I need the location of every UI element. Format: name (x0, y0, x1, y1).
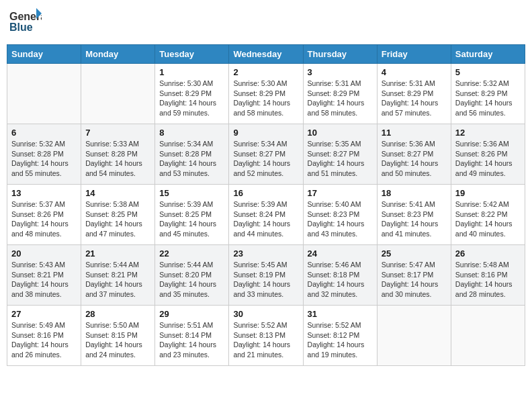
day-info: Sunrise: 5:50 AM Sunset: 8:15 PM Dayligh… (85, 320, 150, 360)
page-header: General Blue (7, 7, 525, 39)
weekday-header-wednesday: Wednesday (229, 45, 303, 64)
day-cell (7, 64, 81, 124)
day-info: Sunrise: 5:31 AM Sunset: 8:29 PM Dayligh… (308, 79, 373, 118)
day-cell: 12Sunrise: 5:36 AM Sunset: 8:26 PM Dayli… (451, 124, 525, 185)
day-info: Sunrise: 5:36 AM Sunset: 8:26 PM Dayligh… (455, 139, 521, 179)
day-info: Sunrise: 5:41 AM Sunset: 8:23 PM Dayligh… (382, 199, 447, 239)
day-info: Sunrise: 5:44 AM Sunset: 8:20 PM Dayligh… (159, 260, 224, 300)
day-number: 20 (11, 248, 77, 259)
day-cell: 3Sunrise: 5:31 AM Sunset: 8:29 PM Daylig… (303, 64, 377, 124)
day-number: 13 (11, 188, 77, 198)
weekday-header-friday: Friday (377, 45, 451, 64)
day-number: 4 (382, 67, 447, 77)
calendar-table: SundayMondayTuesdayWednesdayThursdayFrid… (7, 44, 525, 366)
logo-graphic: General Blue (9, 7, 42, 39)
day-number: 22 (159, 248, 224, 259)
day-number: 3 (308, 67, 373, 77)
day-number: 29 (159, 309, 224, 319)
day-info: Sunrise: 5:35 AM Sunset: 8:27 PM Dayligh… (308, 139, 373, 179)
day-info: Sunrise: 5:36 AM Sunset: 8:27 PM Dayligh… (382, 139, 447, 179)
day-cell: 27Sunrise: 5:49 AM Sunset: 8:16 PM Dayli… (7, 306, 81, 366)
weekday-header-thursday: Thursday (303, 45, 377, 64)
day-info: Sunrise: 5:30 AM Sunset: 8:29 PM Dayligh… (233, 79, 298, 118)
day-info: Sunrise: 5:32 AM Sunset: 8:28 PM Dayligh… (11, 139, 77, 179)
day-cell: 11Sunrise: 5:36 AM Sunset: 8:27 PM Dayli… (377, 124, 451, 185)
day-info: Sunrise: 5:31 AM Sunset: 8:29 PM Dayligh… (382, 79, 447, 118)
day-info: Sunrise: 5:39 AM Sunset: 8:25 PM Dayligh… (159, 199, 224, 239)
day-number: 17 (308, 188, 373, 198)
day-cell (377, 306, 451, 366)
day-number: 30 (233, 309, 298, 319)
day-info: Sunrise: 5:47 AM Sunset: 8:17 PM Dayligh… (382, 260, 447, 300)
day-info: Sunrise: 5:52 AM Sunset: 8:12 PM Dayligh… (308, 320, 373, 360)
logo-icon: General Blue (9, 7, 42, 36)
day-cell: 10Sunrise: 5:35 AM Sunset: 8:27 PM Dayli… (303, 124, 377, 185)
day-number: 23 (233, 248, 298, 259)
day-info: Sunrise: 5:42 AM Sunset: 8:22 PM Dayligh… (455, 199, 521, 239)
weekday-header-sunday: Sunday (7, 45, 81, 64)
day-info: Sunrise: 5:37 AM Sunset: 8:26 PM Dayligh… (11, 199, 77, 239)
day-cell: 18Sunrise: 5:41 AM Sunset: 8:23 PM Dayli… (377, 185, 451, 245)
day-number: 25 (382, 248, 447, 259)
day-info: Sunrise: 5:32 AM Sunset: 8:29 PM Dayligh… (455, 79, 521, 118)
week-row-4: 20Sunrise: 5:43 AM Sunset: 8:21 PM Dayli… (7, 245, 525, 306)
day-info: Sunrise: 5:49 AM Sunset: 8:16 PM Dayligh… (11, 320, 77, 360)
day-number: 5 (455, 67, 521, 77)
day-cell: 17Sunrise: 5:40 AM Sunset: 8:23 PM Dayli… (303, 185, 377, 245)
day-number: 27 (11, 309, 77, 319)
day-cell: 7Sunrise: 5:33 AM Sunset: 8:28 PM Daylig… (81, 124, 155, 185)
day-info: Sunrise: 5:40 AM Sunset: 8:23 PM Dayligh… (308, 199, 373, 239)
day-info: Sunrise: 5:43 AM Sunset: 8:21 PM Dayligh… (11, 260, 77, 300)
day-cell: 15Sunrise: 5:39 AM Sunset: 8:25 PM Dayli… (155, 185, 229, 245)
day-info: Sunrise: 5:46 AM Sunset: 8:18 PM Dayligh… (308, 260, 373, 300)
day-number: 26 (455, 248, 521, 259)
day-number: 19 (455, 188, 521, 198)
day-cell: 19Sunrise: 5:42 AM Sunset: 8:22 PM Dayli… (451, 185, 525, 245)
day-info: Sunrise: 5:33 AM Sunset: 8:28 PM Dayligh… (85, 139, 150, 179)
day-number: 18 (382, 188, 447, 198)
day-cell: 25Sunrise: 5:47 AM Sunset: 8:17 PM Dayli… (377, 245, 451, 306)
day-number: 31 (308, 309, 373, 319)
day-info: Sunrise: 5:34 AM Sunset: 8:28 PM Dayligh… (159, 139, 224, 179)
week-row-5: 27Sunrise: 5:49 AM Sunset: 8:16 PM Dayli… (7, 306, 525, 366)
day-info: Sunrise: 5:39 AM Sunset: 8:24 PM Dayligh… (233, 199, 298, 239)
day-number: 6 (11, 128, 77, 138)
day-number: 16 (233, 188, 298, 198)
day-number: 11 (382, 128, 447, 138)
weekday-header-row: SundayMondayTuesdayWednesdayThursdayFrid… (7, 45, 525, 64)
day-number: 2 (233, 67, 298, 77)
day-cell: 16Sunrise: 5:39 AM Sunset: 8:24 PM Dayli… (229, 185, 303, 245)
day-cell: 4Sunrise: 5:31 AM Sunset: 8:29 PM Daylig… (377, 64, 451, 124)
day-number: 24 (308, 248, 373, 259)
day-cell: 9Sunrise: 5:34 AM Sunset: 8:27 PM Daylig… (229, 124, 303, 185)
week-row-2: 6Sunrise: 5:32 AM Sunset: 8:28 PM Daylig… (7, 124, 525, 185)
day-info: Sunrise: 5:30 AM Sunset: 8:29 PM Dayligh… (159, 79, 224, 118)
day-cell: 1Sunrise: 5:30 AM Sunset: 8:29 PM Daylig… (155, 64, 229, 124)
day-cell: 26Sunrise: 5:48 AM Sunset: 8:16 PM Dayli… (451, 245, 525, 306)
day-cell (81, 64, 155, 124)
logo: General Blue (9, 7, 42, 39)
day-cell: 8Sunrise: 5:34 AM Sunset: 8:28 PM Daylig… (155, 124, 229, 185)
weekday-header-saturday: Saturday (451, 45, 525, 64)
weekday-header-monday: Monday (81, 45, 155, 64)
day-cell: 6Sunrise: 5:32 AM Sunset: 8:28 PM Daylig… (7, 124, 81, 185)
day-number: 15 (159, 188, 224, 198)
day-cell: 2Sunrise: 5:30 AM Sunset: 8:29 PM Daylig… (229, 64, 303, 124)
day-cell: 14Sunrise: 5:38 AM Sunset: 8:25 PM Dayli… (81, 185, 155, 245)
day-cell: 24Sunrise: 5:46 AM Sunset: 8:18 PM Dayli… (303, 245, 377, 306)
day-number: 14 (85, 188, 150, 198)
day-cell: 23Sunrise: 5:45 AM Sunset: 8:19 PM Dayli… (229, 245, 303, 306)
day-cell (451, 306, 525, 366)
day-number: 12 (455, 128, 521, 138)
day-info: Sunrise: 5:52 AM Sunset: 8:13 PM Dayligh… (233, 320, 298, 360)
day-cell: 29Sunrise: 5:51 AM Sunset: 8:14 PM Dayli… (155, 306, 229, 366)
week-row-1: 1Sunrise: 5:30 AM Sunset: 8:29 PM Daylig… (7, 64, 525, 124)
day-cell: 30Sunrise: 5:52 AM Sunset: 8:13 PM Dayli… (229, 306, 303, 366)
day-number: 10 (308, 128, 373, 138)
day-info: Sunrise: 5:38 AM Sunset: 8:25 PM Dayligh… (85, 199, 150, 239)
day-cell: 13Sunrise: 5:37 AM Sunset: 8:26 PM Dayli… (7, 185, 81, 245)
day-number: 8 (159, 128, 224, 138)
svg-text:Blue: Blue (9, 21, 33, 33)
day-cell: 5Sunrise: 5:32 AM Sunset: 8:29 PM Daylig… (451, 64, 525, 124)
day-number: 21 (85, 248, 150, 259)
